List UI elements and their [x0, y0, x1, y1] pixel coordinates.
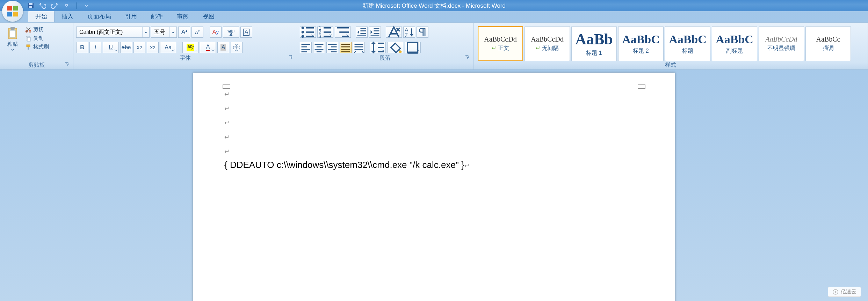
align-right-button[interactable] [326, 42, 338, 53]
clipboard-label-text: 剪贴板 [28, 62, 45, 68]
style-name: 不明显强调 [767, 45, 795, 52]
borders-button[interactable] [405, 42, 421, 53]
svg-rect-6 [29, 6, 32, 8]
tab-mailings[interactable]: 邮件 [144, 11, 170, 22]
clipboard-launcher[interactable] [65, 62, 70, 67]
tab-page-layout[interactable]: 页面布局 [80, 11, 118, 22]
style-card[interactable]: AaBbC副标题 [712, 26, 757, 61]
scissors-icon [25, 27, 31, 33]
numbering-icon: 123 [318, 24, 333, 40]
tab-view[interactable]: 视图 [196, 11, 222, 22]
distribute-button[interactable] [353, 42, 365, 53]
grow-font-button[interactable]: A▴ [178, 27, 190, 38]
paragraph-mark: ↵ [224, 115, 644, 130]
font-name-dropdown[interactable]: Calibri (西文正文) [76, 27, 150, 38]
style-preview: AaBbC [622, 33, 660, 46]
copy-button[interactable]: 复制 [24, 35, 50, 42]
styles-label-text: 样式 [665, 62, 676, 68]
style-card[interactable]: AaBbCcDd不明显强调 [759, 26, 804, 61]
style-card[interactable]: AaBbCcDd↵ 无间隔 [525, 26, 570, 61]
document-area[interactable]: ↵↵↵↵↵{ DDEAUTO c:\\windows\\system32\\cm… [0, 70, 868, 301]
svg-text:Z: Z [405, 32, 408, 38]
sort-button[interactable]: AZ [403, 27, 415, 38]
style-name: 标题 [682, 47, 693, 55]
change-case-button[interactable]: Aa [160, 42, 176, 53]
italic-button[interactable]: I [89, 42, 101, 53]
character-border-button[interactable]: A [240, 27, 252, 38]
svg-point-21 [302, 35, 304, 38]
font-size-value: 五号 [154, 29, 165, 36]
font-launcher[interactable] [288, 55, 294, 60]
clear-formatting-button[interactable]: Ay [210, 27, 222, 38]
ribbon: 粘贴 剪切 复制 格式刷 剪贴板 [0, 22, 868, 70]
numbering-button[interactable]: 123 [317, 27, 333, 38]
watermark-text: 亿速云 [841, 288, 856, 295]
superscript-button[interactable]: x2 [147, 42, 159, 53]
enclose-characters-button[interactable]: 字 [231, 42, 243, 53]
subscript-button[interactable]: x2 [133, 42, 145, 53]
svg-rect-0 [7, 6, 12, 11]
undo-icon[interactable] [39, 2, 46, 9]
tab-review[interactable]: 审阅 [170, 11, 196, 22]
pilcrow-icon [417, 27, 428, 38]
style-preview: AaBbC [716, 33, 753, 46]
document-content[interactable]: ↵↵↵↵↵{ DDEAUTO c:\\windows\\system32\\cm… [224, 87, 644, 172]
align-left-button[interactable] [300, 42, 312, 53]
style-card[interactable]: AaBbC标题 [665, 26, 710, 61]
style-card[interactable]: AaBbC标题 2 [618, 26, 664, 61]
indent-icon [369, 27, 381, 38]
phonetic-guide-button[interactable]: wén文 [223, 27, 239, 38]
decrease-indent-button[interactable] [356, 27, 368, 38]
group-label-font: 字体 [76, 54, 294, 63]
office-button[interactable] [2, 1, 23, 22]
tab-insert[interactable]: 插入 [55, 11, 80, 22]
font-color-button[interactable]: A [200, 42, 216, 53]
margin-marker-right [638, 85, 645, 89]
show-hide-marks-button[interactable] [417, 27, 428, 38]
character-shading-button[interactable]: A [217, 42, 229, 53]
style-card[interactable]: AaBbCcDd↵ 正文 [478, 26, 523, 61]
group-font: Calibri (西文正文) 五号 A▴ A▾ Ay wén文 A B I [73, 23, 297, 69]
document-page[interactable]: ↵↵↵↵↵{ DDEAUTO c:\\windows\\system32\\cm… [193, 73, 675, 301]
multilevel-list-button[interactable] [335, 27, 351, 38]
tab-references[interactable]: 引用 [118, 11, 144, 22]
qat-customize-icon[interactable] [63, 2, 70, 9]
format-painter-button[interactable]: 格式刷 [24, 44, 50, 50]
ribbon-tabs: 开始 插入 页面布局 引用 邮件 审阅 视图 [24, 11, 868, 22]
style-preview: AaBb [575, 30, 613, 48]
style-card[interactable]: AaBbCc强调 [805, 26, 851, 61]
group-label-clipboard: 剪贴板 [3, 61, 70, 69]
align-center-button[interactable] [313, 42, 325, 53]
highlight-button[interactable]: ab⁄ [182, 42, 198, 53]
asian-layout-button[interactable] [386, 27, 402, 38]
save-icon[interactable] [27, 2, 34, 9]
style-preview: AaBbCcDd [484, 35, 516, 43]
tab-home[interactable]: 开始 [28, 10, 55, 22]
paste-button[interactable]: 粘贴 [3, 25, 22, 61]
increase-indent-button[interactable] [369, 27, 381, 38]
copy-label: 复制 [33, 35, 44, 42]
svg-point-19 [302, 31, 304, 33]
shrink-font-button[interactable]: A▾ [191, 27, 203, 38]
svg-point-17 [302, 27, 304, 29]
asian-icon [386, 24, 402, 40]
style-card[interactable]: AaBb标题 1 [571, 26, 617, 61]
qat-more-icon[interactable] [83, 2, 90, 9]
cut-button[interactable]: 剪切 [24, 26, 50, 33]
multilevel-icon [335, 24, 350, 40]
bold-button[interactable]: B [76, 42, 88, 53]
style-name: 标题 2 [633, 47, 649, 55]
bullets-button[interactable] [300, 27, 316, 38]
paragraph-launcher[interactable] [465, 55, 470, 60]
strikethrough-button[interactable]: abc [120, 42, 132, 53]
document-line[interactable]: { DDEAUTO c:\\windows\\system32\\cmd.exe… [224, 158, 644, 172]
shading-button[interactable] [387, 42, 403, 53]
line-spacing-button[interactable] [370, 42, 386, 53]
underline-button[interactable]: U [103, 42, 119, 53]
justify-button[interactable] [340, 42, 352, 53]
styles-gallery[interactable]: AaBbCcDd↵ 正文AaBbCcDd↵ 无间隔AaBb标题 1AaBbC标题… [476, 25, 851, 61]
style-name: 标题 1 [586, 50, 602, 57]
svg-rect-16 [28, 47, 29, 50]
redo-icon[interactable] [51, 2, 58, 9]
font-size-dropdown[interactable]: 五号 [151, 27, 177, 38]
